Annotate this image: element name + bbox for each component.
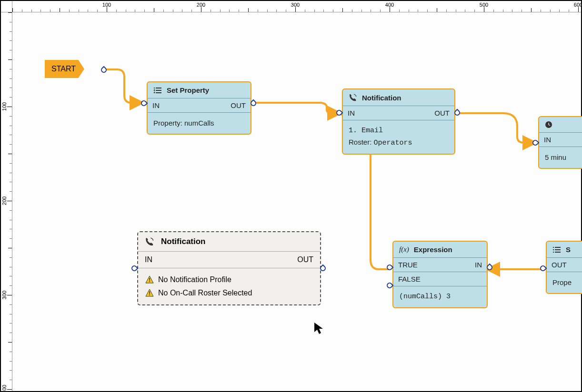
node-body: Property: numCalls bbox=[148, 113, 251, 134]
warning-icon: ! bbox=[145, 288, 154, 298]
svg-text:!: ! bbox=[149, 290, 151, 297]
node-set-property2[interactable]: S OUT Prope bbox=[546, 241, 582, 294]
phone-icon bbox=[349, 93, 357, 102]
warning-icon: ! bbox=[145, 275, 154, 284]
node-title: S bbox=[566, 245, 571, 254]
port-out-label: OUT bbox=[434, 109, 450, 117]
mouse-cursor bbox=[313, 322, 324, 335]
port-false-label: FALSE bbox=[398, 275, 421, 283]
phone-icon bbox=[145, 237, 154, 246]
node-notification[interactable]: Notification IN OUT 1. Email Roster: Ope… bbox=[342, 88, 455, 155]
warning-text: No On-Call Roster Selected bbox=[158, 289, 252, 297]
port-out-label: OUT bbox=[231, 101, 246, 109]
start-node[interactable]: START bbox=[45, 60, 84, 78]
roster-value: Operators bbox=[374, 139, 412, 147]
node-title: Notification bbox=[362, 94, 401, 102]
port-in-label: IN bbox=[152, 101, 160, 109]
node-title: Expression bbox=[414, 245, 452, 254]
node-expression[interactable]: f(x) Expression TRUE IN FALSE (numCalls)… bbox=[392, 241, 488, 308]
node-set-property[interactable]: Set Property IN OUT Property: numCalls bbox=[147, 81, 251, 135]
port-out-start[interactable] bbox=[100, 66, 108, 74]
port-true-label: TRUE bbox=[398, 261, 418, 269]
warning-text: No Notification Profile bbox=[158, 275, 231, 284]
ruler-horizontal: 100200300400500600 bbox=[12, 1, 581, 12]
canvas[interactable]: START Set Property IN OUT Property: numC… bbox=[12, 12, 581, 391]
port-in-label: IN bbox=[475, 261, 482, 269]
port-out-label: OUT bbox=[297, 255, 313, 264]
port-in-label: IN bbox=[544, 136, 551, 144]
list-icon bbox=[552, 246, 561, 254]
port-out-label: OUT bbox=[552, 261, 567, 269]
port-in-label: IN bbox=[348, 109, 355, 117]
expression-body: (numCalls) 3 bbox=[393, 286, 487, 307]
ruler-vertical: 100200300400 bbox=[1, 12, 12, 391]
node-body: 5 minu bbox=[539, 147, 582, 168]
node-notification-selected[interactable]: Notification IN OUT ! No Notification Pr… bbox=[137, 231, 321, 305]
roster-label: Roster: bbox=[349, 138, 371, 146]
function-icon: f(x) bbox=[399, 245, 409, 254]
svg-text:!: ! bbox=[149, 277, 151, 284]
node-delay[interactable]: IN 5 minu bbox=[538, 116, 582, 169]
ruler-corner bbox=[1, 1, 12, 12]
notif-profile: 1. Email bbox=[349, 125, 449, 137]
start-label: START bbox=[51, 65, 76, 73]
node-body: Prope bbox=[547, 272, 582, 293]
port-in-label: IN bbox=[145, 255, 152, 264]
clock-icon bbox=[545, 121, 552, 128]
node-title: Notification bbox=[161, 237, 206, 246]
list-icon bbox=[153, 87, 162, 94]
node-title: Set Property bbox=[167, 86, 209, 94]
connections-layer bbox=[12, 12, 581, 391]
